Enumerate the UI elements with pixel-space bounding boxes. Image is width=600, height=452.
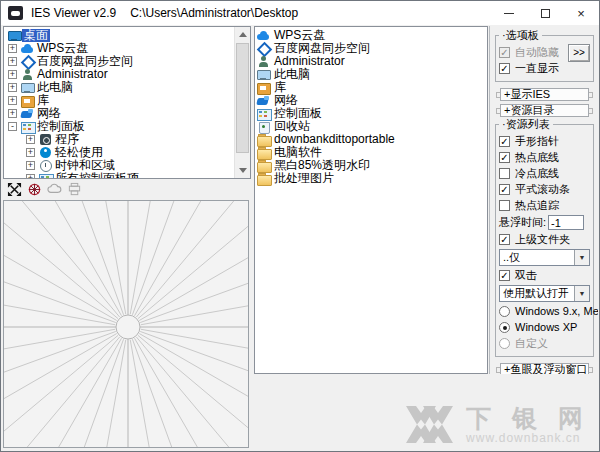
watermark: 下 银 网 www.downbank.cn	[406, 405, 590, 445]
tree-scrollbar[interactable]	[234, 27, 250, 178]
option-label: 平式滚动条	[515, 183, 570, 196]
rollout-fisheye[interactable]: +鱼眼及浮动窗口	[500, 363, 589, 374]
rollout-show-ies[interactable]: +显示IES	[500, 88, 589, 101]
list-item-label: 批处理图片	[271, 172, 334, 185]
tree-item[interactable]: +程序	[4, 133, 250, 146]
ease-icon	[39, 147, 53, 159]
scroll-down-button[interactable]	[235, 163, 251, 178]
always-show-checkbox[interactable]: ✓	[499, 63, 510, 74]
desktop-icon	[8, 30, 22, 42]
printer-icon[interactable]	[65, 181, 83, 198]
collapse-minus-box[interactable]: -	[8, 122, 17, 131]
minimize-button[interactable]	[491, 1, 527, 25]
expand-plus-box[interactable]: +	[8, 96, 17, 105]
starburst-diagram	[4, 201, 248, 447]
parent-folder-label: 上级文件夹	[515, 233, 570, 246]
fit-arrows-icon[interactable]	[5, 181, 23, 198]
chevron-down-icon[interactable]: ▼	[574, 250, 589, 265]
computer-icon	[21, 82, 35, 94]
network-icon	[21, 108, 35, 120]
library-icon	[21, 95, 35, 107]
dropdown-value: ..仅	[503, 250, 520, 265]
triangle-up-icon	[239, 32, 247, 37]
bottom-strip: 下 银 网 www.downbank.cn	[251, 374, 598, 450]
group-title: ·资源列表	[499, 119, 553, 130]
viewer-toolbar	[3, 180, 251, 199]
hover-time-input[interactable]	[548, 215, 584, 230]
expand-plus-box[interactable]: +	[8, 83, 17, 92]
watermark-brand: 下 银 网	[466, 405, 590, 431]
scroll-up-button[interactable]	[235, 27, 251, 42]
radio-windowsxp[interactable]	[499, 322, 510, 333]
programs-icon	[39, 134, 53, 146]
radio-windows9x[interactable]	[499, 306, 510, 317]
downbank-logo-icon	[406, 405, 458, 445]
library-icon	[257, 82, 271, 94]
parent-folder-checkbox[interactable]: ✓	[499, 234, 510, 245]
window-title: IES Viewer v2.9	[31, 6, 116, 20]
file-list-panel: WPS云盘百度网盘同步空间Administrator此电脑库网络控制面板回收站d…	[254, 26, 488, 374]
radio-custom-label: 自定义	[515, 337, 548, 350]
radio-custom[interactable]	[499, 338, 510, 349]
chevron-down-icon[interactable]: ▼	[574, 286, 589, 301]
tree-item[interactable]: +轻松使用	[4, 146, 250, 159]
network-icon	[257, 95, 271, 107]
option-row: 热点追踪	[499, 198, 590, 213]
titlebar: IES Viewer v2.9 C:\Users\Administrator\D…	[1, 1, 599, 25]
close-button[interactable]: ×	[563, 1, 599, 25]
polar-diagram-icon[interactable]	[25, 181, 43, 198]
double-click-checkbox[interactable]: ✓	[499, 270, 510, 281]
option-row: 冷点底线	[499, 166, 590, 181]
maximize-icon	[541, 9, 550, 18]
expand-plus-box[interactable]: +	[8, 109, 17, 118]
always-show-label: 一直显示	[515, 62, 559, 75]
expand-plus-box[interactable]: +	[26, 135, 35, 144]
minimize-icon	[504, 13, 514, 14]
option-checkbox[interactable]: ✓	[499, 184, 510, 195]
list-item[interactable]: 批处理图片	[255, 172, 487, 185]
cloud-outline-icon[interactable]	[45, 181, 63, 198]
folder-icon	[257, 147, 271, 159]
photometric-diagram-panel[interactable]	[3, 200, 249, 448]
expand-panel-button[interactable]: >>	[568, 44, 590, 62]
diamond-icon	[257, 43, 271, 55]
options-panel: ·选项板 ✓ 自动隐藏 >> ✓ 一直显示 +显示IES +资源目录 ·资源列表…	[489, 26, 598, 374]
computer-icon	[257, 69, 271, 81]
maximize-button[interactable]	[527, 1, 563, 25]
controlpanel-icon	[39, 173, 53, 180]
hover-time-label: 悬浮时间:	[499, 216, 546, 229]
double-click-label: 双击	[515, 269, 537, 282]
watermark-url: www.downbank.cn	[466, 431, 590, 445]
expand-plus-box[interactable]: +	[26, 148, 35, 157]
tree-item[interactable]: -控制面板	[4, 120, 250, 133]
option-label: 热点底线	[515, 151, 559, 164]
expand-plus-box[interactable]: +	[8, 57, 17, 66]
folder-icon	[257, 134, 271, 146]
auto-hide-checkbox[interactable]: ✓	[499, 47, 510, 58]
parent-only-dropdown[interactable]: ..仅 ▼	[499, 249, 590, 266]
group-title: ·选项板	[499, 30, 542, 41]
expand-plus-box[interactable]: +	[8, 44, 17, 53]
folder-icon	[257, 160, 271, 172]
dropdown-value: 使用默认打开	[503, 286, 569, 301]
option-checkbox[interactable]	[499, 168, 510, 179]
option-row: ✓平式滚动条	[499, 182, 590, 197]
radio-windowsxp-label: Windows XP	[515, 321, 577, 334]
expand-plus-box[interactable]: +	[26, 161, 35, 170]
close-icon: ×	[577, 6, 585, 21]
tree-view: 桌面+WPS云盘+百度网盘同步空间+Administrator+此电脑+库+网络…	[4, 27, 250, 179]
file-list: WPS云盘百度网盘同步空间Administrator此电脑库网络控制面板回收站d…	[255, 29, 487, 185]
cloud-icon	[257, 30, 271, 42]
scrollbar-thumb[interactable]	[236, 43, 249, 153]
option-checkbox[interactable]: ✓	[499, 136, 510, 147]
expand-plus-box[interactable]: +	[8, 70, 17, 79]
rollout-resource-dir[interactable]: +资源目录	[500, 104, 589, 117]
window-path: C:\Users\Administrator\Desktop	[130, 6, 298, 20]
option-checkbox[interactable]: ✓	[499, 152, 510, 163]
expand-plus-box[interactable]: +	[26, 174, 35, 179]
tree-item[interactable]: +所有控制面板项	[4, 172, 250, 179]
list-item[interactable]: 此电脑	[255, 68, 487, 81]
option-checkbox[interactable]	[499, 200, 510, 211]
open-mode-dropdown[interactable]: 使用默认打开 ▼	[499, 285, 590, 302]
clock-icon	[39, 160, 53, 172]
